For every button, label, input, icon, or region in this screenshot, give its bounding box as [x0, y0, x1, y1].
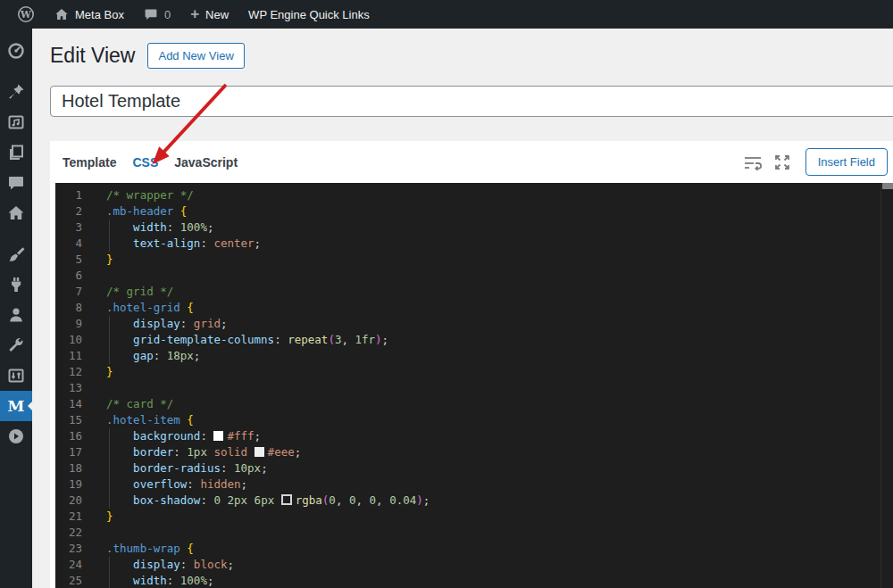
token-number: 100% [180, 220, 207, 234]
code-line[interactable]: 7/* grid */ [55, 284, 893, 300]
new-content-link[interactable]: + New [180, 0, 238, 29]
settings-icon [7, 367, 25, 385]
token-comment: /* wrapper */ [106, 188, 194, 202]
indent-guide [109, 316, 110, 332]
token-text [106, 349, 133, 362]
code-line[interactable]: 12} [55, 364, 893, 380]
editor-scrollbar-thumb[interactable] [882, 183, 893, 189]
token-property: gap [133, 349, 154, 362]
token-text [106, 493, 133, 507]
sidebar-item-dashboard[interactable] [0, 36, 32, 66]
comments-link[interactable]: 0 [134, 0, 180, 29]
line-number: 6 [55, 268, 95, 284]
code-line[interactable]: 18 border-radius: 10px; [55, 460, 893, 476]
sidebar-item-paintbrush[interactable] [0, 239, 32, 269]
token-punct: ; [228, 558, 235, 571]
code-line[interactable]: 21} [55, 509, 893, 525]
code-line[interactable]: 5} [55, 252, 893, 268]
token-number: 6px [255, 493, 275, 507]
code-line[interactable]: 20 box-shadow: 0 2px 6px rgba(0, 0, 0, 0… [55, 493, 893, 509]
site-name: Meta Box [75, 8, 124, 21]
code-line[interactable]: 19 overflow: hidden; [55, 476, 893, 493]
code-line[interactable]: 15.hotel-item { [55, 412, 893, 428]
color-swatch-icon[interactable] [213, 431, 223, 441]
code-editor[interactable]: 1/* wrapper */2.mb-header {3 width: 100%… [55, 183, 893, 588]
sidebar-item-plugin[interactable] [0, 269, 32, 300]
sidebar-item-tools[interactable] [0, 330, 32, 360]
code-line[interactable]: 6 [55, 268, 893, 284]
admin-bar: W Meta Box 0 + New WP Engine Quick Links [0, 0, 893, 29]
sidebar-item-settings[interactable] [0, 360, 32, 391]
wordpress-menu[interactable]: W [7, 0, 45, 29]
site-home-link[interactable]: Meta Box [45, 0, 134, 29]
code-line-content: .mb-header { [95, 203, 893, 219]
indent-guide [109, 476, 110, 493]
line-number: 3 [55, 219, 95, 236]
code-line-content: /* card */ [95, 396, 893, 412]
code-line-content [95, 525, 893, 541]
token-punct: ; [221, 317, 228, 330]
tab-template[interactable]: Template [63, 155, 116, 170]
token-punct: , [355, 493, 363, 507]
token-number: 0 [370, 493, 377, 507]
code-line[interactable]: 3 width: 100%; [55, 219, 893, 236]
code-line[interactable]: 8.hotel-grid { [55, 300, 893, 316]
word-wrap-button[interactable] [743, 153, 763, 171]
token-text [106, 574, 133, 587]
token-number: 0 [213, 493, 221, 507]
sidebar-item-pushpin[interactable] [0, 77, 32, 107]
code-line[interactable]: 17 border: 1px solid #eee; [55, 444, 893, 460]
line-number: 21 [55, 509, 95, 525]
token-brace: { [180, 204, 188, 218]
line-number: 2 [55, 203, 95, 219]
token-text [274, 493, 281, 507]
code-line[interactable]: 23.thumb-wrap { [55, 541, 893, 557]
token-text [342, 493, 349, 507]
token-property: text-align [133, 236, 200, 250]
code-line[interactable]: 2.mb-header { [55, 203, 893, 219]
sidebar-item-extra[interactable] [0, 421, 32, 451]
sidebar-item-home[interactable] [0, 198, 32, 228]
fullscreen-button[interactable] [773, 153, 791, 171]
token-text [160, 349, 167, 362]
code-line[interactable]: 11 gap: 18px; [55, 348, 893, 364]
token-text [247, 445, 255, 459]
tab-javascript[interactable]: JavaScript [174, 155, 238, 170]
code-line[interactable]: 4 text-align: center; [55, 236, 893, 252]
media-icon [7, 113, 25, 131]
token-text [106, 477, 133, 491]
sidebar-item-comments[interactable] [0, 168, 32, 198]
code-line[interactable]: 14/* card */ [55, 396, 893, 412]
sidebar-item-pages[interactable] [0, 137, 32, 168]
token-brace: } [106, 509, 113, 523]
metabox-icon: M [8, 397, 25, 415]
editor-scrollbar[interactable] [880, 183, 893, 588]
code-line[interactable]: 24 display: block; [55, 557, 893, 573]
sidebar-item-metabox[interactable]: M [0, 391, 32, 421]
token-text [247, 493, 255, 507]
code-line[interactable]: 13 [55, 380, 893, 396]
pushpin-icon [7, 83, 25, 101]
code-line[interactable]: 9 display: grid; [55, 316, 893, 332]
tab-css[interactable]: CSS [132, 155, 158, 170]
insert-field-button[interactable]: Insert Field [805, 148, 888, 176]
view-title-input[interactable] [50, 86, 893, 117]
code-line[interactable]: 25 width: 100%; [55, 573, 893, 588]
token-punct: ; [382, 333, 389, 346]
token-punct: ; [295, 445, 302, 459]
code-line[interactable]: 16 background: #fff; [55, 428, 893, 444]
token-paren: ) [375, 333, 382, 346]
wp-engine-quick-links[interactable]: WP Engine Quick Links [238, 0, 380, 29]
code-line-content: width: 100%; [95, 573, 893, 588]
token-punct: ; [423, 493, 430, 507]
sidebar-item-media[interactable] [0, 107, 32, 137]
indent-guide [109, 493, 110, 509]
add-new-view-button[interactable]: Add New View [147, 43, 244, 69]
code-line[interactable]: 22 [55, 525, 893, 541]
token-paren: ( [328, 333, 335, 346]
color-swatch-transparent-icon[interactable] [281, 494, 292, 505]
color-swatch-icon[interactable] [255, 447, 264, 457]
code-line[interactable]: 1/* wrapper */ [55, 187, 893, 203]
code-line[interactable]: 10 grid-template-columns: repeat(3, 1fr)… [55, 332, 893, 348]
sidebar-item-users[interactable] [0, 300, 32, 330]
